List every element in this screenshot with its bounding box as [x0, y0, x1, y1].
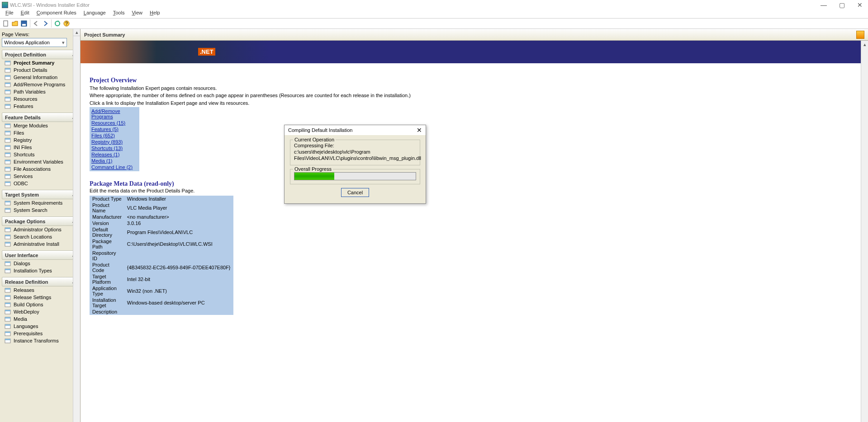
- back-icon[interactable]: [32, 19, 40, 28]
- nav-item[interactable]: Prerequisites: [2, 330, 78, 337]
- table-row: Application TypeWin32 (non .NET): [90, 285, 233, 297]
- nav-item[interactable]: Shortcuts: [2, 151, 78, 158]
- menu-language[interactable]: Language: [81, 10, 109, 18]
- section-header[interactable]: Target System▴: [2, 190, 78, 199]
- dialog-close-icon[interactable]: ✕: [417, 127, 422, 134]
- nav-item[interactable]: Product Details: [2, 66, 78, 74]
- nav-icon: [5, 173, 11, 179]
- new-icon[interactable]: [2, 19, 10, 28]
- section-header[interactable]: Project Definition▴: [2, 50, 78, 59]
- meta-desc: Edit the meta data on the Product Detail…: [90, 188, 859, 194]
- nav-item[interactable]: Instance Transforms: [2, 337, 78, 344]
- nav-item[interactable]: Build Options: [2, 301, 78, 308]
- save-icon[interactable]: [20, 19, 28, 28]
- nav-item[interactable]: Resources: [2, 95, 78, 103]
- page-views-combo[interactable]: Windows Application ▾: [2, 38, 67, 47]
- nav-item[interactable]: Registry: [2, 136, 78, 144]
- nav-item[interactable]: Add/Remove Programs: [2, 81, 78, 88]
- section-header[interactable]: Release Definition▴: [2, 277, 78, 286]
- resource-link[interactable]: Files (652): [91, 132, 138, 139]
- nav-item[interactable]: Release Settings: [2, 294, 78, 301]
- nav-label: Administrator Options: [14, 227, 62, 232]
- nav-item[interactable]: Search Locations: [2, 233, 78, 240]
- minimize-button[interactable]: —: [817, 1, 830, 9]
- nav-item[interactable]: Dialogs: [2, 260, 78, 267]
- nav-icon: [5, 260, 11, 267]
- menu-view[interactable]: View: [129, 10, 145, 18]
- content-panel: Project Summary Project Overview The fol…: [81, 29, 868, 422]
- maximize-button[interactable]: ▢: [835, 1, 848, 9]
- menu-component-rules[interactable]: Component Rules: [34, 10, 79, 18]
- cancel-button[interactable]: Cancel: [341, 188, 369, 197]
- nav-label: Registry: [14, 137, 32, 143]
- resource-link[interactable]: Registry (893): [91, 139, 138, 145]
- nav-item[interactable]: File Associations: [2, 165, 78, 173]
- nav-icon: [5, 60, 11, 66]
- nav-icon: [5, 207, 11, 213]
- menu-edit[interactable]: Edit: [18, 10, 32, 18]
- nav-item[interactable]: ODBC: [2, 180, 78, 187]
- nav-item[interactable]: Languages: [2, 323, 78, 330]
- nav-label: Path Variables: [14, 89, 46, 94]
- nav-label: Releases: [14, 287, 34, 293]
- meta-key: Description: [90, 309, 124, 315]
- nav-item[interactable]: Installation Types: [2, 267, 78, 274]
- meta-value: Windows-based desktop/server PC: [124, 297, 233, 309]
- nav-item[interactable]: Services: [2, 173, 78, 180]
- menu-help[interactable]: Help: [147, 10, 163, 18]
- nav-item[interactable]: Features: [2, 103, 78, 110]
- section-header[interactable]: Feature Details▴: [2, 113, 78, 122]
- nav-item[interactable]: Environment Variables: [2, 158, 78, 165]
- nav-item[interactable]: Administrative Install: [2, 240, 78, 248]
- svg-point-3: [55, 21, 60, 26]
- content-scrollbar[interactable]: ▴: [861, 41, 868, 422]
- nav-item[interactable]: Media: [2, 315, 78, 323]
- resource-link[interactable]: Releases (1): [91, 151, 138, 158]
- window-title: WLC.WSI - Windows Installer Editor: [10, 2, 90, 8]
- nav-icon: [5, 144, 11, 150]
- svg-rect-11: [5, 75, 10, 77]
- nav-item[interactable]: INI Files: [2, 144, 78, 151]
- nav-label: Shortcuts: [14, 152, 34, 157]
- left-scrollbar[interactable]: ▴: [73, 29, 80, 422]
- nav-label: Product Details: [14, 67, 47, 73]
- nav-item[interactable]: Merge Modules: [2, 122, 78, 129]
- resource-link[interactable]: Features (5): [91, 126, 138, 132]
- nav-item[interactable]: Files: [2, 129, 78, 136]
- nav-item[interactable]: System Requirements: [2, 199, 78, 206]
- nav-icon: [5, 267, 11, 274]
- section-header[interactable]: User Interface▴: [2, 250, 78, 260]
- scroll-up-icon[interactable]: ▴: [861, 41, 868, 48]
- close-button[interactable]: ✕: [854, 1, 866, 9]
- open-icon[interactable]: [11, 19, 19, 28]
- nav-item[interactable]: Releases: [2, 286, 78, 294]
- resource-link[interactable]: Add/Remove Programs: [91, 108, 138, 120]
- page-views-value: Windows Application: [4, 40, 50, 45]
- nav-item[interactable]: WebDeploy: [2, 308, 78, 315]
- scroll-up-icon[interactable]: ▴: [73, 29, 80, 36]
- nav-item[interactable]: Administrator Options: [2, 226, 78, 233]
- menu-file[interactable]: File: [3, 10, 16, 18]
- overview-desc: The following Installation Expert pages …: [90, 85, 859, 91]
- file-path: c:\users\theje\desktop\vlc\Program: [294, 149, 416, 155]
- resource-link[interactable]: Resources (15): [91, 120, 138, 126]
- section-header[interactable]: Package Options▴: [2, 216, 78, 226]
- nav-item[interactable]: Path Variables: [2, 88, 78, 95]
- menu-tools[interactable]: Tools: [110, 10, 128, 18]
- resource-link[interactable]: Media (1): [91, 158, 138, 164]
- forward-icon[interactable]: [41, 19, 49, 28]
- nav-item[interactable]: System Search: [2, 206, 78, 214]
- nav-item[interactable]: Project Summary: [2, 59, 78, 66]
- nav-icon: [5, 309, 11, 315]
- nav-item[interactable]: General Information: [2, 74, 78, 81]
- svg-rect-25: [5, 138, 10, 140]
- help-icon[interactable]: ?: [62, 19, 71, 28]
- nav-icon: [5, 67, 11, 73]
- compile-dialog: Compiling Default Installation ✕ Current…: [284, 125, 426, 204]
- nav-label: Instance Transforms: [14, 338, 59, 343]
- resource-link[interactable]: Shortcuts (13): [91, 145, 138, 151]
- svg-rect-29: [5, 153, 10, 154]
- resource-link[interactable]: Command Line (2): [91, 164, 138, 170]
- meta-value: {4B345832-EC26-4959-849F-07DEE407E80F}: [124, 262, 233, 273]
- refresh-icon[interactable]: [53, 19, 62, 28]
